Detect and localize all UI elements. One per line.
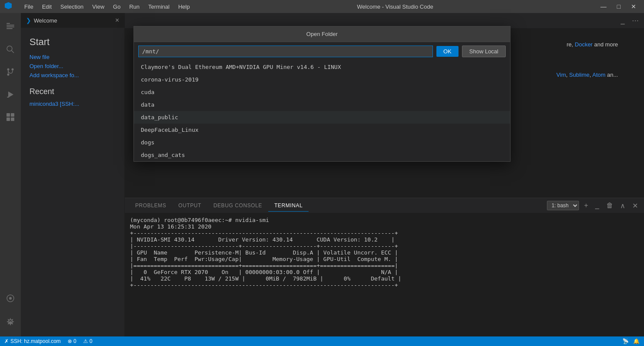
- window-controls: — □ ✕: [597, 2, 640, 11]
- activity-bar: [0, 13, 21, 336]
- close-button[interactable]: ✕: [628, 2, 640, 11]
- menu-terminal[interactable]: Terminal: [145, 3, 173, 11]
- svg-line-5: [12, 51, 14, 53]
- close-panel-icon[interactable]: ✕: [631, 201, 640, 211]
- add-terminal-icon[interactable]: +: [582, 201, 590, 210]
- vscode-logo: [4, 2, 12, 12]
- svg-rect-3: [7, 28, 13, 29]
- recent-heading: Recent: [29, 87, 116, 96]
- tab-debug-console[interactable]: DEBUG CONSOLE: [207, 200, 268, 212]
- welcome-text-line2: Vim, Sublime, Atom an...: [556, 72, 618, 78]
- folder-list-item[interactable]: dogs: [134, 136, 510, 149]
- svg-rect-13: [11, 113, 14, 117]
- svg-rect-2: [7, 26, 14, 27]
- tab-problems[interactable]: PROBLEMS: [129, 200, 172, 212]
- open-folder-dialog: Open Folder OK Show Local Claymore's Dua…: [133, 26, 511, 162]
- folder-path-input[interactable]: [138, 46, 433, 57]
- folder-list-item[interactable]: Claymore's Dual Ethereum AMD+NVIDIA GPU …: [134, 61, 510, 73]
- folder-list-item[interactable]: DeepFaceLab_Linux: [134, 124, 510, 136]
- show-local-button[interactable]: Show Local: [462, 46, 506, 57]
- activity-settings[interactable]: [0, 312, 21, 333]
- sublime-link[interactable]: Sublime: [569, 72, 589, 78]
- activity-extensions[interactable]: [0, 107, 21, 127]
- sidebar-tab: ❯ Welcome ×: [21, 13, 124, 28]
- new-file-link[interactable]: New file: [29, 54, 116, 60]
- terminal-content[interactable]: (myconda) root@0b7496f0aeec:~# nvidia-sm…: [125, 213, 644, 336]
- terminal-selector[interactable]: 1: bash: [547, 201, 579, 210]
- folder-list-item[interactable]: corona-virus-2019: [134, 73, 510, 86]
- tab-output[interactable]: OUTPUT: [172, 200, 208, 212]
- status-bar: ✗ SSH: hz.matpool.com ⊗ 0 ⚠ 0 📡 🔔: [0, 336, 644, 346]
- svg-point-7: [12, 69, 14, 71]
- svg-rect-14: [7, 118, 10, 121]
- ok-button[interactable]: OK: [436, 46, 459, 57]
- tab-title: Welcome: [34, 17, 57, 24]
- warning-count[interactable]: ⚠ 0: [83, 338, 92, 344]
- start-heading: Start: [29, 36, 116, 48]
- add-workspace-link[interactable]: Add workspace fo...: [29, 72, 116, 78]
- welcome-text-line1: re, Docker and more: [566, 41, 618, 48]
- activity-run[interactable]: [0, 84, 21, 105]
- svg-rect-12: [7, 113, 10, 117]
- folder-list-item[interactable]: dogs_and_cats: [134, 149, 510, 161]
- menu-selection[interactable]: Selection: [57, 3, 87, 11]
- ssh-label: SSH: hz.matpool.com: [10, 338, 61, 344]
- activity-remote[interactable]: [0, 288, 21, 309]
- welcome-content: Start New file Open folder... Add worksp…: [21, 28, 124, 118]
- menu-edit[interactable]: Edit: [39, 3, 55, 11]
- atom-link[interactable]: Atom: [592, 72, 605, 78]
- tab-terminal[interactable]: TERMINAL: [268, 200, 309, 212]
- svg-rect-0: [7, 23, 10, 24]
- svg-point-6: [7, 69, 10, 71]
- tab-close-button[interactable]: ×: [115, 16, 119, 24]
- folder-list-item[interactable]: cuda: [134, 86, 510, 98]
- svg-marker-10: [8, 91, 13, 98]
- menu-bar: File Edit Selection View Go Run Terminal…: [21, 3, 193, 11]
- panel-controls: 1: bash + ⎯ 🗑 ∧ ✕: [547, 201, 640, 211]
- kill-terminal-icon[interactable]: 🗑: [605, 201, 615, 210]
- ssh-status[interactable]: ✗ SSH: hz.matpool.com: [4, 338, 61, 344]
- recent-item-1[interactable]: miniconda3 [SSH:...: [29, 101, 116, 107]
- ssh-icon: ✗: [4, 338, 9, 344]
- svg-point-8: [7, 74, 10, 76]
- svg-point-4: [7, 46, 12, 51]
- svg-rect-1: [7, 25, 14, 26]
- error-count[interactable]: ⊗ 0: [68, 338, 76, 344]
- panel-area: PROBLEMS OUTPUT DEBUG CONSOLE TERMINAL 1…: [125, 198, 644, 336]
- folder-list-item[interactable]: data: [134, 98, 510, 111]
- svg-rect-15: [11, 118, 14, 121]
- menu-file[interactable]: File: [21, 3, 37, 11]
- dialog-title: Open Folder: [134, 26, 510, 42]
- activity-search[interactable]: [0, 39, 21, 60]
- docker-link[interactable]: Docker: [575, 41, 592, 48]
- folder-list: Claymore's Dual Ethereum AMD+NVIDIA GPU …: [134, 61, 510, 161]
- menu-go[interactable]: Go: [110, 3, 124, 11]
- svg-rect-11: [7, 97, 9, 98]
- status-right: 📡 🔔: [622, 338, 640, 344]
- notification-icon[interactable]: 🔔: [633, 338, 640, 344]
- menu-run[interactable]: Run: [126, 3, 143, 11]
- maximize-button[interactable]: □: [614, 2, 624, 11]
- dialog-input-row: OK Show Local: [134, 42, 510, 61]
- split-editor-icon[interactable]: ⎯: [619, 15, 627, 26]
- folder-list-item[interactable]: data_public: [134, 111, 510, 124]
- minimize-button[interactable]: —: [597, 2, 610, 11]
- titlebar: File Edit Selection View Go Run Terminal…: [0, 0, 644, 13]
- vscode-tab-logo: ❯: [26, 17, 31, 24]
- menu-view[interactable]: View: [89, 3, 108, 11]
- activity-source-control[interactable]: [0, 62, 21, 82]
- svg-point-17: [9, 297, 12, 300]
- menu-help[interactable]: Help: [175, 3, 193, 11]
- more-actions-icon[interactable]: ⋯: [630, 15, 641, 26]
- open-folder-link[interactable]: Open folder...: [29, 63, 116, 69]
- window-title: Welcome - Visual Studio Code: [202, 3, 589, 10]
- maximize-panel-icon[interactable]: ∧: [618, 201, 627, 211]
- vim-link[interactable]: Vim: [556, 72, 566, 78]
- activity-explorer[interactable]: [0, 16, 21, 37]
- split-terminal-icon[interactable]: ⎯: [593, 201, 601, 210]
- remote-icon[interactable]: 📡: [622, 338, 629, 344]
- panel-tabs-bar: PROBLEMS OUTPUT DEBUG CONSOLE TERMINAL 1…: [125, 198, 644, 213]
- sidebar: ❯ Welcome × Start New file Open folder..…: [21, 13, 125, 336]
